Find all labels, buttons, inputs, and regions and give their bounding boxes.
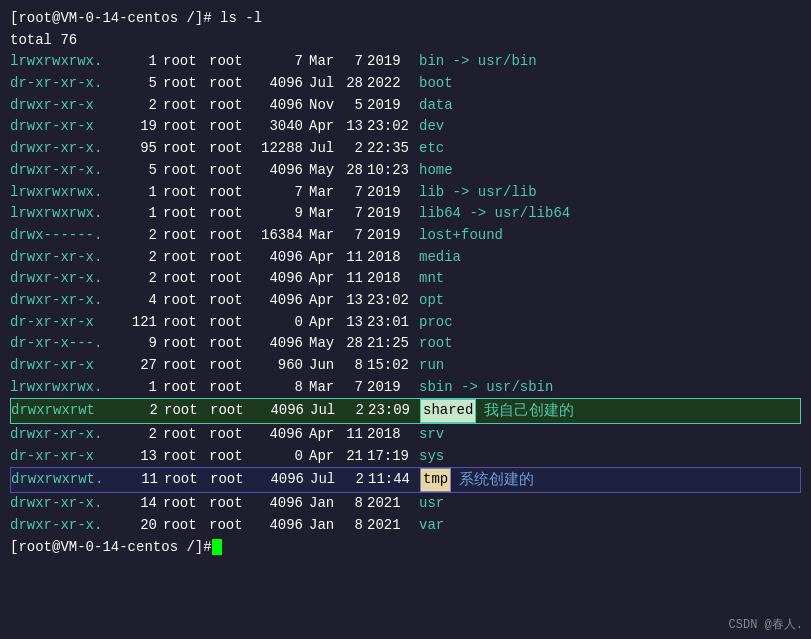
day: 7 [343,225,363,247]
perm: drwxr-xr-x. [10,424,125,446]
cursor [212,539,222,555]
group: root [209,333,251,355]
perm: drwxr-xr-x. [10,268,125,290]
group: root [209,116,251,138]
table-row: dr-xr-xr-x13rootroot0Apr2117:19sys [10,446,801,468]
owner: root [163,377,205,399]
day: 2 [343,138,363,160]
size: 4096 [255,493,303,515]
annotation-tmp: 系统创建的 [459,469,534,492]
month: Mar [309,51,341,73]
time: 15:02 [367,355,415,377]
size: 7 [255,182,303,204]
table-row: drwxr-xr-x27rootroot960Jun815:02run [10,355,801,377]
time: 2019 [367,182,415,204]
links: 1 [125,182,157,204]
table-row: dr-xr-xr-x.5rootroot4096Jul282022boot [10,73,801,95]
day: 7 [343,182,363,204]
perm: drwxr-xr-x. [10,160,125,182]
size: 3040 [255,116,303,138]
filename: boot [419,73,453,95]
time: 2019 [367,95,415,117]
month: Mar [309,225,341,247]
time: 2019 [367,203,415,225]
links: 19 [125,116,157,138]
owner: root [163,247,205,269]
time: 2021 [367,515,415,537]
filename: bin -> usr/bin [419,51,537,73]
owner: root [163,312,205,334]
table-row: drwxr-xr-x.20rootroot4096Jan82021var [10,515,801,537]
size: 960 [255,355,303,377]
month: May [309,160,341,182]
filename: lost+found [419,225,503,247]
size: 4096 [256,469,304,491]
time: 2022 [367,73,415,95]
filename-shared: shared [420,399,476,423]
table-row: drwxrwxrwt2rootroot4096Jul223:09shared我自… [10,398,801,424]
size: 4096 [255,290,303,312]
owner: root [163,138,205,160]
links: 9 [125,333,157,355]
size: 4096 [255,333,303,355]
table-row: drwxr-xr-x.95rootroot12288Jul222:35etc [10,138,801,160]
owner: root [163,51,205,73]
filename: media [419,247,461,269]
owner: root [163,424,205,446]
table-row: lrwxrwxrwx.1rootroot8Mar72019sbin -> usr… [10,377,801,399]
month: Apr [309,446,341,468]
prompt-text: [root@VM-0-14-centos /]# ls -l [10,8,262,30]
day: 13 [343,290,363,312]
table-row: lrwxrwxrwx.1rootroot9Mar72019lib64 -> us… [10,203,801,225]
month: Apr [309,247,341,269]
group: root [209,268,251,290]
filename: usr [419,493,444,515]
filename: sbin -> usr/sbin [419,377,553,399]
group: root [209,225,251,247]
time: 2021 [367,493,415,515]
size: 4096 [256,400,304,422]
filename: lib64 -> usr/lib64 [419,203,570,225]
size: 4096 [255,73,303,95]
links: 95 [125,138,157,160]
month: Apr [309,268,341,290]
group: root [209,515,251,537]
owner: root [163,160,205,182]
owner: root [163,493,205,515]
month: Nov [309,95,341,117]
group: root [209,424,251,446]
links: 14 [125,493,157,515]
perm: drwxrwxrwt. [11,469,126,491]
size: 8 [255,377,303,399]
terminal: [root@VM-0-14-centos /]# ls -l total 76 … [0,0,811,639]
size: 0 [255,446,303,468]
perm: dr-xr-xr-x [10,446,125,468]
perm: drwxr-xr-x [10,355,125,377]
time: 21:25 [367,333,415,355]
links: 121 [125,312,157,334]
owner: root [163,203,205,225]
day: 8 [343,515,363,537]
month: Jun [309,355,341,377]
month: Mar [309,203,341,225]
perm: dr-xr-x---. [10,333,125,355]
group: root [210,469,252,491]
group: root [209,493,251,515]
time: 2018 [367,268,415,290]
day: 8 [343,493,363,515]
perm: drwx------. [10,225,125,247]
time: 22:35 [367,138,415,160]
day: 13 [343,312,363,334]
size: 16384 [255,225,303,247]
table-row: drwxr-xr-x.5rootroot4096May2810:23home [10,160,801,182]
links: 5 [125,73,157,95]
owner: root [163,182,205,204]
filename: proc [419,312,453,334]
size: 7 [255,51,303,73]
size: 4096 [255,95,303,117]
filename: opt [419,290,444,312]
size: 4096 [255,268,303,290]
month: Mar [309,377,341,399]
links: 4 [125,290,157,312]
day: 28 [343,160,363,182]
